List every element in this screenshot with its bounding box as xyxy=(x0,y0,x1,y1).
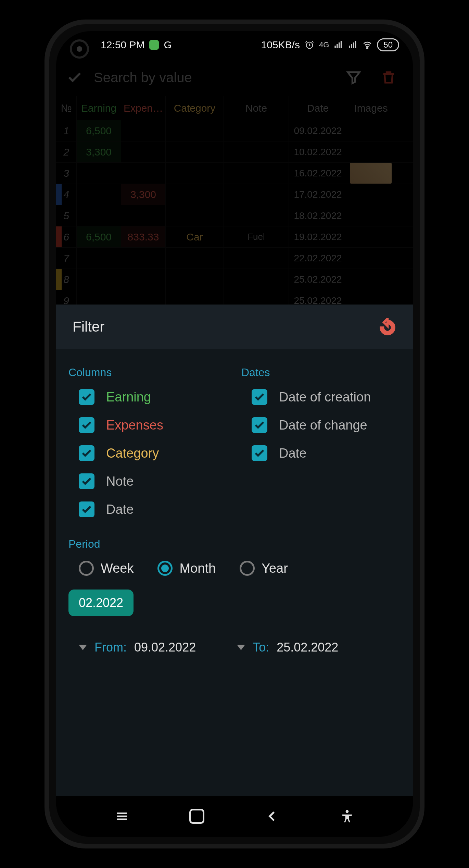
table-row[interactable]: 825.02.2022 xyxy=(56,269,413,290)
check-label: Expenses xyxy=(106,418,163,433)
filter-icon[interactable] xyxy=(346,70,362,85)
cell-category xyxy=(166,184,224,205)
table-header: № Earning Expen… Category Note Date Imag… xyxy=(56,96,413,120)
period-radio-year[interactable]: Year xyxy=(240,561,288,576)
col-header-earning[interactable]: Earning xyxy=(77,96,121,120)
dates-label: Dates xyxy=(241,366,401,379)
reset-icon[interactable] xyxy=(379,318,396,336)
table-row[interactable]: 23,30010.02.2022 xyxy=(56,141,413,163)
table-row[interactable]: 316.02.2022 xyxy=(56,163,413,184)
col-header-category[interactable]: Category xyxy=(166,96,224,120)
from-date-picker[interactable]: From: 09.02.2022 xyxy=(79,640,196,655)
cell-num: 2 xyxy=(56,141,77,162)
dropdown-icon xyxy=(237,645,245,650)
col-header-num: № xyxy=(56,96,77,120)
cell-image xyxy=(347,163,395,184)
checkbox-icon xyxy=(79,445,94,461)
date-check[interactable]: Date of change xyxy=(252,417,401,433)
status-battery: 50 xyxy=(377,38,399,51)
toolbar xyxy=(56,59,413,96)
trash-icon[interactable] xyxy=(381,70,396,85)
check-label: Date xyxy=(279,446,306,461)
cell-category xyxy=(166,248,224,269)
column-check-note[interactable]: Note xyxy=(79,473,228,489)
cell-note xyxy=(224,184,289,205)
cell-date: 16.02.2022 xyxy=(289,163,347,184)
cell-date: 22.02.2022 xyxy=(289,248,347,269)
table-row[interactable]: 43,30017.02.2022 xyxy=(56,184,413,205)
cell-expense xyxy=(121,141,166,162)
column-check-earning[interactable]: Earning xyxy=(79,389,228,405)
nav-home-button[interactable] xyxy=(188,807,206,826)
cell-expense xyxy=(121,120,166,141)
column-check-category[interactable]: Category xyxy=(79,445,228,461)
radio-label: Week xyxy=(101,561,134,576)
cell-note xyxy=(224,120,289,141)
checkbox-icon xyxy=(79,417,94,433)
cell-expense xyxy=(121,248,166,269)
cell-num: 3 xyxy=(56,163,77,184)
cell-category xyxy=(166,163,224,184)
cell-category xyxy=(166,141,224,162)
to-date-picker[interactable]: To: 25.02.2022 xyxy=(237,640,338,655)
search-input[interactable] xyxy=(90,70,333,85)
nav-accessibility-button[interactable] xyxy=(338,807,356,826)
period-radio-month[interactable]: Month xyxy=(157,561,216,576)
cell-earning: 6,500 xyxy=(77,226,121,247)
column-check-expenses[interactable]: Expenses xyxy=(79,417,228,433)
table-row[interactable]: 518.02.2022 xyxy=(56,205,413,226)
cell-image xyxy=(347,120,395,141)
cell-num: 5 xyxy=(56,205,77,226)
col-header-note[interactable]: Note xyxy=(224,96,289,120)
dates-section: Dates Date of creationDate of changeDate xyxy=(241,366,401,517)
col-header-date[interactable]: Date xyxy=(289,96,347,120)
cell-date: 25.02.2022 xyxy=(289,269,347,290)
column-check-date[interactable]: Date xyxy=(79,501,228,517)
status-network: 4G xyxy=(319,40,329,49)
to-label: To: xyxy=(253,640,269,655)
cell-category xyxy=(166,120,224,141)
check-label: Note xyxy=(106,474,134,489)
cell-image xyxy=(347,184,395,205)
nav-back-button[interactable] xyxy=(263,807,281,826)
cell-earning: 6,500 xyxy=(77,120,121,141)
table-row[interactable]: 722.02.2022 xyxy=(56,248,413,269)
checkbox-icon xyxy=(79,389,94,405)
date-check[interactable]: Date xyxy=(252,445,401,461)
nav-bar xyxy=(56,796,413,837)
cell-expense xyxy=(121,205,166,226)
cell-expense xyxy=(121,269,166,290)
signal-icon-1 xyxy=(334,40,343,50)
col-header-expense[interactable]: Expen… xyxy=(121,96,166,120)
row-marker xyxy=(56,269,62,290)
col-header-images[interactable]: Images xyxy=(347,96,395,120)
cell-image xyxy=(347,141,395,162)
cell-earning xyxy=(77,205,121,226)
status-g-badge: G xyxy=(164,39,172,51)
period-radio-week[interactable]: Week xyxy=(79,561,134,576)
cell-note xyxy=(224,163,289,184)
cell-image xyxy=(347,248,395,269)
date-check[interactable]: Date of creation xyxy=(252,389,401,405)
table-row[interactable]: 66,500833.33CarFuel19.02.2022 xyxy=(56,226,413,248)
radio-label: Year xyxy=(262,561,288,576)
confirm-icon[interactable] xyxy=(66,69,83,86)
cell-earning xyxy=(77,269,121,290)
nav-menu-button[interactable] xyxy=(113,807,131,826)
cell-expense xyxy=(121,163,166,184)
from-value: 09.02.2022 xyxy=(134,640,196,655)
table-row[interactable]: 16,50009.02.2022 xyxy=(56,120,413,141)
filter-title: Filter xyxy=(73,319,104,335)
status-speed: 105KB/s xyxy=(261,39,300,51)
cell-note xyxy=(224,269,289,290)
period-chip[interactable]: 02.2022 xyxy=(68,590,134,616)
phone-frame: 12:50 PM G 105KB/s 4G 50 xyxy=(45,20,424,848)
signal-icon-2 xyxy=(348,40,358,50)
front-camera xyxy=(70,39,89,59)
svg-point-2 xyxy=(345,810,348,813)
radio-icon xyxy=(79,561,94,576)
checkbox-icon xyxy=(79,473,94,489)
check-label: Category xyxy=(106,446,159,461)
check-label: Date xyxy=(106,502,134,517)
cell-date: 09.02.2022 xyxy=(289,120,347,141)
